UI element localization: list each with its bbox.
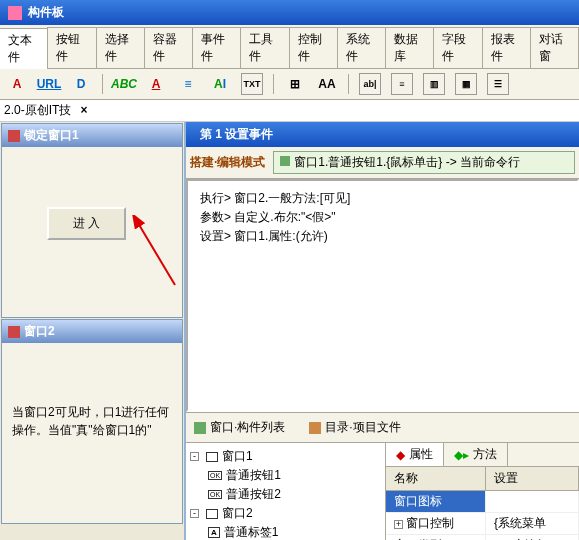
tree-button2[interactable]: OK普通按钮2 (190, 485, 381, 504)
tab-dialog[interactable]: 对话窗 (530, 27, 579, 68)
property-panel: ◆属性 ◆▸方法 名称 设置 窗口图标 +窗口控制 {系统菜单 (386, 443, 579, 540)
path-icon (280, 156, 290, 166)
separator (102, 74, 103, 94)
event-toolbar: 搭建·编辑模式 窗口1.普通按钮1.{鼠标单击} -> 当前命令行 (186, 147, 579, 179)
ai-icon[interactable]: AI (209, 73, 231, 95)
tab-button[interactable]: 按钮件 (47, 27, 96, 68)
event-path[interactable]: 窗口1.普通按钮1.{鼠标单击} -> 当前命令行 (273, 151, 575, 174)
window-icon (206, 509, 218, 519)
palette-titlebar: 构件板 (0, 0, 579, 25)
palette-title: 构件板 (28, 4, 64, 21)
collapse-icon[interactable]: - (190, 452, 199, 461)
label-icon: A (208, 527, 220, 538)
tree-window2[interactable]: -窗口2 (190, 504, 381, 523)
tab-text[interactable]: 文本件 (0, 28, 48, 69)
list-icon (194, 422, 206, 434)
collapse-icon[interactable]: - (190, 509, 199, 518)
tree-prop-area: -窗口1 OK普通按钮1 OK普通按钮2 -窗口2 A普通标签1 ◆属性 ◆▸方… (186, 442, 579, 540)
tree-button1[interactable]: OK普通按钮1 (190, 466, 381, 485)
panel1-body[interactable]: 进 入 (2, 147, 182, 317)
palette-toolbar: A URL D ABC A ≡ AI TXT ⊞ AA ab| ≡ ▥ ▦ ☰ (0, 69, 579, 100)
tree-window1[interactable]: -窗口1 (190, 447, 381, 466)
tab-select[interactable]: 选择件 (96, 27, 145, 68)
tab-container[interactable]: 容器件 (144, 27, 193, 68)
separator (273, 74, 274, 94)
header-value: 设置 (486, 467, 579, 490)
palette-icon (8, 6, 22, 20)
tab-project-files[interactable]: 目录·项目文件 (305, 417, 404, 438)
breadcrumb-text: 2.0-原创IT技 (4, 103, 71, 117)
tab-properties[interactable]: ◆属性 (386, 443, 444, 466)
right-column: 第 1 设置事件 搭建·编辑模式 窗口1.普通按钮1.{鼠标单击} -> 当前命… (186, 122, 579, 540)
panel1-header[interactable]: 锁定窗口1 (2, 124, 182, 147)
panel2-hint: 当窗口2可见时，口1进行任何操作。当值"真"给窗口1的" (12, 403, 172, 439)
tab-db[interactable]: 数据库 (385, 27, 434, 68)
diamond-icon: ◆▸ (454, 448, 469, 462)
lines-icon[interactable]: ≡ (177, 73, 199, 95)
dotted-box-icon[interactable]: ⊞ (284, 73, 306, 95)
prop-row-icon[interactable]: 窗口图标 (386, 491, 579, 513)
panel-window2: 窗口2 当窗口2可见时，口1进行任何操作。当值"真"给窗口1的" (1, 319, 183, 524)
component-tree[interactable]: -窗口1 OK普通按钮1 OK普通按钮2 -窗口2 A普通标签1 (186, 443, 386, 540)
window-icon (206, 452, 218, 462)
bottom-tabbar: 窗口·构件列表 目录·项目文件 (186, 412, 579, 442)
prop-tabbar: ◆属性 ◆▸方法 (386, 443, 579, 467)
script-line: 设置> 窗口1.属性:(允许) (200, 227, 565, 246)
breadcrumb: 2.0-原创IT技 × (0, 100, 579, 122)
palette-tabbar: 文本件 按钮件 选择件 容器件 事件件 工具件 控制件 系统件 数据库 字段件 … (0, 25, 579, 69)
button-icon: OK (208, 490, 222, 499)
property-grid[interactable]: 名称 设置 窗口图标 +窗口控制 {系统菜单 窗口类型 <可变边框 (386, 467, 579, 540)
url-icon[interactable]: URL (38, 73, 60, 95)
header-name: 名称 (386, 467, 486, 490)
prop-row-control[interactable]: +窗口控制 {系统菜单 (386, 513, 579, 535)
tab-report[interactable]: 报表件 (482, 27, 531, 68)
a-underline-icon[interactable]: A (145, 73, 167, 95)
panel-lock-window1: 锁定窗口1 进 入 (1, 123, 183, 318)
workspace: 锁定窗口1 进 入 窗口2 当窗口2可见时，口1进行任何操作。当值"真"给窗口1… (0, 122, 579, 540)
aa-size-icon[interactable]: AA (316, 73, 338, 95)
table-icon[interactable]: ▦ (455, 73, 477, 95)
prop-row-type[interactable]: 窗口类型 <可变边框 (386, 535, 579, 540)
tab-system[interactable]: 系统件 (337, 27, 386, 68)
separator (348, 74, 349, 94)
script-editor[interactable]: 执行> 窗口2.一般方法:[可见] 参数> 自定义.布尔:"<假>" 设置> 窗… (186, 179, 579, 412)
window-icon (8, 130, 20, 142)
prop-header-row: 名称 设置 (386, 467, 579, 491)
tab-event[interactable]: 事件件 (192, 27, 241, 68)
mode-label[interactable]: 搭建·编辑模式 (190, 154, 265, 171)
script-line: 执行> 窗口2.一般方法:[可见] (200, 189, 565, 208)
grid-icon[interactable]: ▥ (423, 73, 445, 95)
tab-control[interactable]: 控制件 (289, 27, 338, 68)
enter-button[interactable]: 进 入 (47, 207, 126, 240)
panel2-title: 窗口2 (24, 323, 55, 340)
tab-methods[interactable]: ◆▸方法 (444, 443, 508, 466)
panel2-body[interactable]: 当窗口2可见时，口1进行任何操作。当值"真"给窗口1的" (2, 343, 182, 523)
txt-icon[interactable]: TXT (241, 73, 263, 95)
script-line: 参数> 自定义.布尔:"<假>" (200, 208, 565, 227)
folder-icon (309, 422, 321, 434)
panel2-header[interactable]: 窗口2 (2, 320, 182, 343)
button-icon: OK (208, 471, 222, 480)
d-icon[interactable]: D (70, 73, 92, 95)
panel1-title: 锁定窗口1 (24, 127, 79, 144)
window-icon (8, 326, 20, 338)
tab-tool[interactable]: 工具件 (240, 27, 289, 68)
tree-label1[interactable]: A普通标签1 (190, 523, 381, 540)
abi-icon[interactable]: ab| (359, 73, 381, 95)
tab-field[interactable]: 字段件 (433, 27, 482, 68)
breadcrumb-close-icon[interactable]: × (80, 103, 87, 117)
rows-icon[interactable]: ☰ (487, 73, 509, 95)
bold-a-icon[interactable]: A (6, 73, 28, 95)
expand-icon[interactable]: + (394, 520, 403, 529)
diamond-icon: ◆ (396, 448, 405, 462)
event-titlebar: 第 1 设置事件 (186, 122, 579, 147)
list-icon[interactable]: ≡ (391, 73, 413, 95)
event-title-text: 第 1 设置事件 (200, 126, 273, 143)
tab-component-list[interactable]: 窗口·构件列表 (190, 417, 289, 438)
left-column: 锁定窗口1 进 入 窗口2 当窗口2可见时，口1进行任何操作。当值"真"给窗口1… (0, 122, 186, 540)
abc-icon[interactable]: ABC (113, 73, 135, 95)
